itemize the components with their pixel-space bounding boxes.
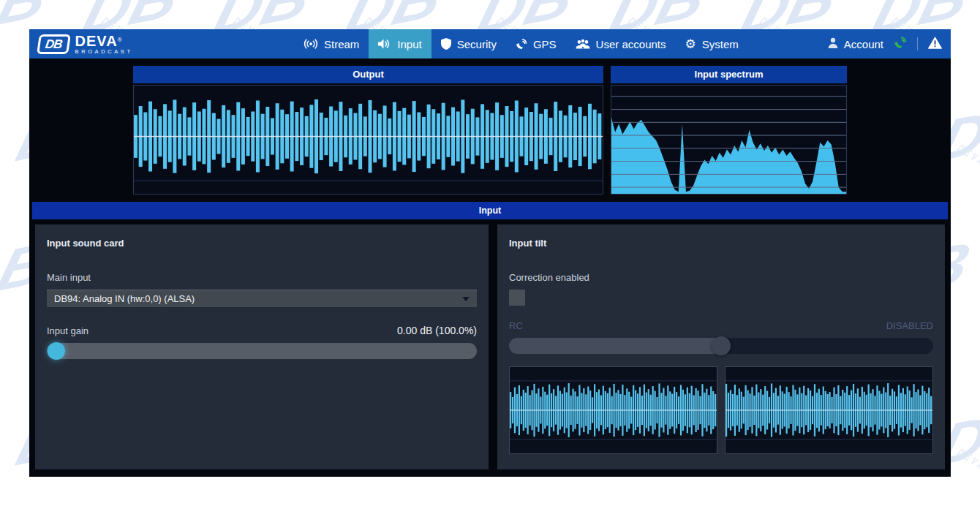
input-gain-slider-thumb[interactable] — [48, 342, 65, 360]
main-input-label: Main input — [47, 272, 477, 283]
speaker-icon — [378, 39, 391, 49]
tilt-left-waveform-chart — [510, 367, 717, 453]
nav-tabs: StreamInputSecurityGPSUser accounts⚙Syst… — [294, 29, 748, 58]
correction-enabled-checkbox[interactable] — [509, 290, 525, 306]
rc-slider[interactable] — [509, 338, 933, 354]
input-spectrum-chart — [611, 86, 846, 194]
tab-label: Stream — [324, 38, 359, 50]
registered-mark: ® — [118, 36, 122, 42]
main-input-dropdown[interactable]: DB94: Analog IN (hw:0,0) (ALSA) — [47, 290, 477, 307]
nav-right-group: Account — [828, 36, 942, 52]
input-gain-value: 0.00 dB (100.0%) — [397, 325, 477, 336]
input-spectrum-display — [611, 85, 847, 195]
nav-divider — [917, 37, 918, 50]
alert-icon[interactable] — [928, 37, 942, 52]
spectrum-chart-title: Input spectrum — [611, 66, 847, 83]
account-label: Account — [844, 38, 883, 50]
output-waveform-display — [133, 85, 603, 195]
tab-label: Security — [457, 38, 497, 50]
output-waveform-chart — [134, 86, 603, 194]
rc-label: RC — [509, 320, 523, 331]
gear-icon: ⚙ — [685, 38, 696, 50]
brand-name: DEVA — [75, 33, 118, 49]
tilt-right-waveform-display — [725, 366, 933, 454]
main-input-selected-value: DB94: Analog IN (hw:0,0) (ALSA) — [54, 293, 195, 304]
shield-icon — [441, 38, 451, 50]
tab-label: User accounts — [596, 38, 666, 50]
tab-label: GPS — [533, 38, 557, 50]
tab-gps[interactable]: GPS — [506, 29, 566, 58]
tab-security[interactable]: Security — [431, 29, 506, 58]
tab-system[interactable]: ⚙System — [675, 29, 747, 58]
tilt-right-waveform-chart — [725, 367, 932, 453]
satellite-icon — [516, 38, 527, 50]
sound-card-panel-title: Input sound card — [47, 238, 477, 249]
spectrum-chart-card: Input spectrum — [611, 66, 847, 195]
users-icon — [576, 39, 590, 49]
account-button[interactable]: Account — [828, 37, 883, 50]
top-nav-bar: DB DEVA® BROADCAST StreamInputSecurityGP… — [29, 29, 951, 58]
tilt-panel-title: Input tilt — [509, 238, 933, 249]
output-chart-card: Output — [133, 66, 603, 195]
settings-panels: Input sound card Main input DB94: Analog… — [35, 224, 945, 469]
brand-logo: DB DEVA® BROADCAST — [38, 34, 197, 55]
input-tilt-panel: Input tilt Correction enabled RC DISABLE… — [497, 224, 945, 469]
broadcast-icon — [304, 39, 318, 49]
app-window: DB DEVA® BROADCAST StreamInputSecurityGP… — [29, 29, 951, 477]
output-chart-title: Output — [133, 66, 603, 83]
input-gain-slider[interactable] — [47, 343, 477, 359]
person-icon — [828, 37, 838, 50]
correction-enabled-label: Correction enabled — [509, 272, 933, 283]
brand-subtitle: BROADCAST — [75, 49, 133, 55]
charts-row: Output Input spectrum — [29, 66, 951, 195]
tab-label: System — [702, 38, 739, 50]
input-gain-label: Input gain — [47, 325, 88, 336]
tab-input[interactable]: Input — [369, 29, 431, 58]
rc-status-badge: DISABLED — [886, 320, 933, 331]
brand-text: DEVA® BROADCAST — [75, 34, 133, 55]
input-section-bar: Input — [32, 202, 948, 219]
tab-stream[interactable]: Stream — [294, 29, 369, 58]
rc-slider-thumb[interactable] — [712, 336, 731, 355]
rc-slider-fill — [509, 338, 721, 354]
chevron-down-icon — [462, 297, 470, 301]
main-content: Output Input spectrum Input Input sound … — [29, 58, 951, 469]
tab-user-accounts[interactable]: User accounts — [566, 29, 676, 58]
input-sound-card-panel: Input sound card Main input DB94: Analog… — [35, 224, 489, 469]
db-logo-icon: DB — [37, 34, 70, 54]
tab-label: Input — [397, 38, 421, 50]
gps-status-icon — [894, 36, 907, 52]
tilt-left-waveform-display — [509, 366, 717, 454]
tilt-waveforms — [509, 366, 933, 454]
